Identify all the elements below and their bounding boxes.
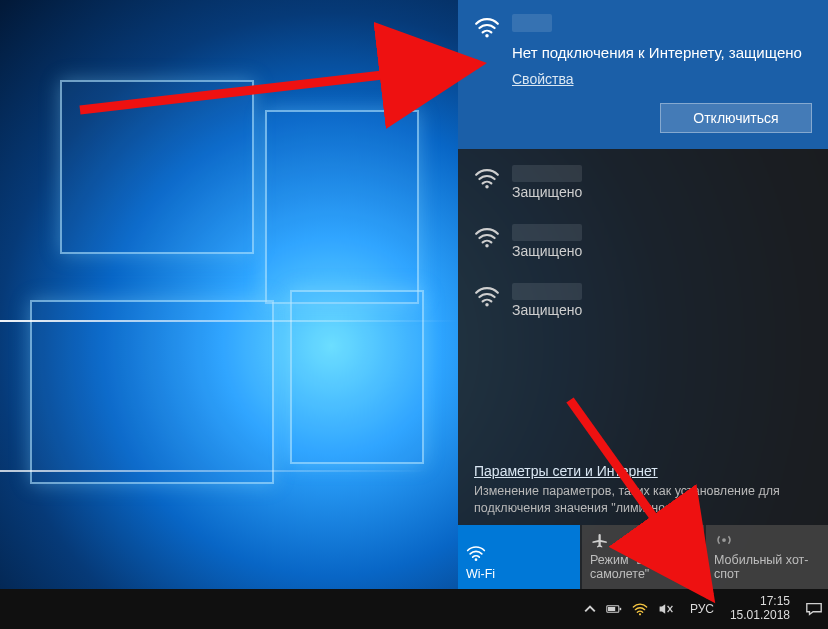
quick-action-tiles: Wi-Fi Режим "в самолете" Мобильный хот-с…	[458, 525, 828, 589]
wallpaper-pane	[290, 290, 424, 464]
clock[interactable]: 17:15 15.01.2018	[724, 595, 796, 623]
network-flyout: Нет подключения к Интернету, защищено Св…	[458, 0, 828, 589]
clock-date: 15.01.2018	[730, 609, 790, 623]
wallpaper-pane	[265, 110, 419, 304]
svg-point-5	[722, 538, 726, 542]
hotspot-icon	[714, 531, 734, 549]
tray-overflow-icon[interactable]	[584, 603, 596, 615]
network-security: Защищено	[512, 184, 582, 200]
taskbar: РУС 17:15 15.01.2018	[0, 589, 828, 629]
hotspot-tile-label: Мобильный хот-спот	[714, 553, 820, 581]
action-center-icon[interactable]	[804, 589, 824, 629]
properties-link[interactable]: Свойства	[512, 71, 573, 87]
wifi-icon	[474, 16, 500, 38]
wifi-icon	[466, 543, 486, 563]
svg-point-0	[485, 34, 488, 37]
network-security: Защищено	[512, 302, 582, 318]
wifi-tile[interactable]: Wi-Fi	[458, 525, 580, 589]
current-network-status: Нет подключения к Интернету, защищено	[512, 44, 812, 61]
network-ssid	[512, 165, 582, 182]
volume-muted-icon[interactable]	[658, 601, 674, 617]
airplane-tile-label: Режим "в самолете"	[590, 553, 696, 581]
hotspot-tile[interactable]: Мобильный хот-спот	[706, 525, 828, 589]
wallpaper-beam	[0, 320, 460, 322]
available-networks-list: Защищено Защищено Защищено	[458, 149, 828, 334]
svg-rect-8	[608, 607, 615, 611]
network-item[interactable]: Защищено	[458, 271, 828, 330]
wifi-icon	[474, 285, 500, 307]
svg-rect-7	[620, 608, 622, 610]
wifi-tile-label: Wi-Fi	[466, 567, 572, 581]
svg-point-9	[639, 613, 641, 615]
wifi-icon	[474, 226, 500, 248]
svg-point-2	[485, 244, 488, 247]
network-settings-link[interactable]: Параметры сети и Интернет	[474, 463, 658, 479]
svg-point-3	[485, 303, 488, 306]
svg-point-4	[475, 558, 478, 561]
clock-time: 17:15	[760, 595, 790, 609]
svg-point-1	[485, 185, 488, 188]
current-network-ssid	[512, 14, 552, 32]
network-settings-hint: Изменение параметров, таких как установл…	[474, 483, 812, 517]
network-item[interactable]: Защищено	[458, 153, 828, 212]
wallpaper-pane	[30, 300, 274, 484]
wallpaper-pane	[60, 80, 254, 254]
network-ssid	[512, 283, 582, 300]
battery-icon[interactable]	[606, 601, 622, 617]
language-indicator[interactable]: РУС	[686, 602, 718, 616]
current-network-panel[interactable]: Нет подключения к Интернету, защищено Св…	[458, 0, 828, 149]
network-security: Защищено	[512, 243, 582, 259]
network-ssid	[512, 224, 582, 241]
airplane-icon	[590, 531, 610, 549]
system-tray	[578, 601, 680, 617]
wifi-icon	[474, 167, 500, 189]
network-settings-block: Параметры сети и Интернет Изменение пара…	[474, 463, 812, 517]
airplane-tile[interactable]: Режим "в самолете"	[582, 525, 704, 589]
wallpaper-beam	[0, 470, 430, 472]
disconnect-button[interactable]: Отключиться	[660, 103, 812, 133]
wifi-tray-icon[interactable]	[632, 601, 648, 617]
network-item[interactable]: Защищено	[458, 212, 828, 271]
